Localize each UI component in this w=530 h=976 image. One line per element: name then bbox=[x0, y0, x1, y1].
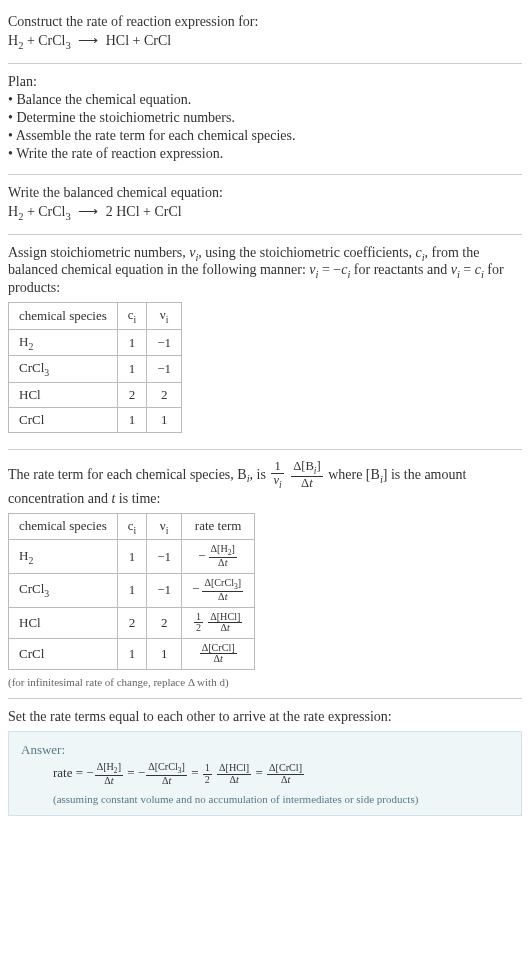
prompt-equation: H2 + CrCl3 ⟶ HCl + CrCl bbox=[8, 32, 522, 51]
col-c: ci bbox=[117, 303, 147, 330]
answer-box: Answer: rate = −Δ[H2]Δt = −Δ[CrCl3]Δt = … bbox=[8, 731, 522, 816]
cell-v: −1 bbox=[147, 356, 182, 383]
rateterm-intro-pre: The rate term for each chemical species,… bbox=[8, 467, 247, 482]
cell-c: 1 bbox=[117, 407, 147, 432]
cell-species: CrCl bbox=[9, 638, 118, 669]
table-row: CrCl11Δ[CrCl]Δt bbox=[9, 638, 255, 669]
cell-species: CrCl3 bbox=[9, 573, 118, 607]
table-row: H21−1 bbox=[9, 329, 182, 356]
stoich-section: Assign stoichiometric numbers, νi, using… bbox=[8, 239, 522, 445]
table-row: HCl22 bbox=[9, 382, 182, 407]
stoich-table: chemical species ci νi H21−1CrCl31−1HCl2… bbox=[8, 302, 182, 433]
cell-c: 2 bbox=[117, 607, 147, 638]
rateterm-table: chemical species ci νi rate term H21−1−Δ… bbox=[8, 513, 255, 670]
cell-species: H2 bbox=[9, 329, 118, 356]
table-row: CrCl31−1 bbox=[9, 356, 182, 383]
cell-v: 2 bbox=[147, 607, 182, 638]
answer-note: (assuming constant volume and no accumul… bbox=[21, 793, 509, 805]
cell-species: CrCl3 bbox=[9, 356, 118, 383]
plan-item: • Balance the chemical equation. bbox=[8, 92, 522, 108]
balanced-heading: Write the balanced chemical equation: bbox=[8, 185, 522, 201]
cell-v: −1 bbox=[147, 329, 182, 356]
cell-c: 1 bbox=[117, 540, 147, 574]
cell-v: 2 bbox=[147, 382, 182, 407]
table-row: H21−1−Δ[H2]Δt bbox=[9, 540, 255, 574]
plan-item: • Determine the stoichiometric numbers. bbox=[8, 110, 522, 126]
cell-v: −1 bbox=[147, 573, 182, 607]
col-v: νi bbox=[147, 513, 182, 540]
divider bbox=[8, 449, 522, 450]
col-species: chemical species bbox=[9, 513, 118, 540]
rate-expression: rate = −Δ[H2]Δt = −Δ[CrCl3]Δt = 12 Δ[HCl… bbox=[21, 762, 509, 787]
cell-c: 1 bbox=[117, 356, 147, 383]
rateterm-intro: The rate term for each chemical species,… bbox=[8, 460, 522, 507]
plan-section: Plan: • Balance the chemical equation.• … bbox=[8, 68, 522, 170]
table-header-row: chemical species ci νi bbox=[9, 303, 182, 330]
cell-c: 1 bbox=[117, 638, 147, 669]
col-c: ci bbox=[117, 513, 147, 540]
table-row: HCl2212 Δ[HCl]Δt bbox=[9, 607, 255, 638]
cell-rate: −Δ[CrCl3]Δt bbox=[182, 573, 255, 607]
col-rate: rate term bbox=[182, 513, 255, 540]
cell-v: 1 bbox=[147, 638, 182, 669]
final-section: Set the rate terms equal to each other t… bbox=[8, 703, 522, 822]
divider bbox=[8, 63, 522, 64]
cell-species: HCl bbox=[9, 382, 118, 407]
cell-rate: −Δ[H2]Δt bbox=[182, 540, 255, 574]
stoich-intro: Assign stoichiometric numbers, νi, using… bbox=[8, 245, 522, 297]
table-row: CrCl11 bbox=[9, 407, 182, 432]
prompt-section: Construct the rate of reaction expressio… bbox=[8, 8, 522, 59]
col-species: chemical species bbox=[9, 303, 118, 330]
balanced-section: Write the balanced chemical equation: H2… bbox=[8, 179, 522, 230]
answer-label: Answer: bbox=[21, 742, 509, 758]
cell-rate: 12 Δ[HCl]Δt bbox=[182, 607, 255, 638]
cell-v: −1 bbox=[147, 540, 182, 574]
cell-rate: Δ[CrCl]Δt bbox=[182, 638, 255, 669]
plan-heading: Plan: bbox=[8, 74, 522, 90]
table-row: CrCl31−1−Δ[CrCl3]Δt bbox=[9, 573, 255, 607]
rateterm-section: The rate term for each chemical species,… bbox=[8, 454, 522, 694]
cell-c: 1 bbox=[117, 329, 147, 356]
plan-item: • Write the rate of reaction expression. bbox=[8, 146, 522, 162]
col-v: νi bbox=[147, 303, 182, 330]
cell-c: 2 bbox=[117, 382, 147, 407]
cell-v: 1 bbox=[147, 407, 182, 432]
divider bbox=[8, 698, 522, 699]
final-heading: Set the rate terms equal to each other t… bbox=[8, 709, 522, 725]
cell-species: H2 bbox=[9, 540, 118, 574]
table-header-row: chemical species ci νi rate term bbox=[9, 513, 255, 540]
rateterm-note: (for infinitesimal rate of change, repla… bbox=[8, 676, 522, 688]
plan-item: • Assemble the rate term for each chemic… bbox=[8, 128, 522, 144]
cell-c: 1 bbox=[117, 573, 147, 607]
divider bbox=[8, 174, 522, 175]
divider bbox=[8, 234, 522, 235]
cell-species: CrCl bbox=[9, 407, 118, 432]
cell-species: HCl bbox=[9, 607, 118, 638]
prompt-title: Construct the rate of reaction expressio… bbox=[8, 14, 522, 30]
balanced-equation: H2 + CrCl3 ⟶ 2 HCl + CrCl bbox=[8, 203, 522, 222]
